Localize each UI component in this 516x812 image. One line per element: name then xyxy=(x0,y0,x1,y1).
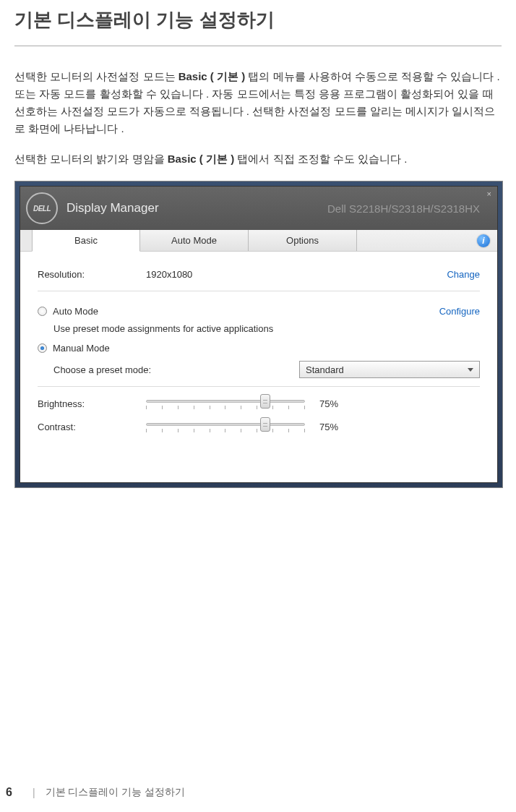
resolution-value: 1920x1080 xyxy=(146,269,291,280)
titlebar: DELL Display Manager Dell S2218H/S2318H/… xyxy=(20,187,497,230)
contrast-row: Contrast: 75% xyxy=(38,420,480,433)
display-manager-window: DELL Display Manager Dell S2218H/S2318H/… xyxy=(20,186,498,483)
p1-bold-1: Basic ( 기본 ) xyxy=(179,70,246,82)
basic-panel: Resolution: 1920x1080 Change Auto Mode C… xyxy=(20,252,497,482)
contrast-slider[interactable] xyxy=(146,420,305,433)
dell-logo-icon: DELL xyxy=(26,192,58,224)
change-link[interactable]: Change xyxy=(447,269,480,280)
manual-mode-row: Manual Mode xyxy=(38,338,480,357)
page-footer: 6 | 기본 디스플레이 기능 설정하기 xyxy=(6,786,185,799)
p2-text-a: 선택한 모니터의 밝기와 명암을 xyxy=(14,153,168,165)
auto-mode-radio[interactable] xyxy=(38,307,47,316)
tab-spacer: i xyxy=(357,230,497,251)
intro-paragraph-2: 선택한 모니터의 밝기와 명암을 Basic ( 기본 ) 탭에서 직접 조정할… xyxy=(14,150,502,168)
tab-auto-mode[interactable]: Auto Mode xyxy=(140,230,249,251)
contrast-label: Contrast: xyxy=(38,422,146,432)
p2-text-b: 탭에서 직접 조정할 수도 있습니다 . xyxy=(234,153,407,165)
auto-mode-row: Auto Mode Configure xyxy=(38,302,480,320)
monitor-model-label: Dell S2218H/S2318H/S2318HX xyxy=(327,202,480,215)
preset-mode-dropdown[interactable]: Standard xyxy=(299,361,480,378)
brightness-thumb[interactable] xyxy=(260,394,270,409)
brightness-slider[interactable] xyxy=(146,397,305,410)
manual-mode-subrow: Choose a preset mode: Standard xyxy=(38,360,480,379)
tab-basic[interactable]: Basic xyxy=(32,230,140,252)
configure-link[interactable]: Configure xyxy=(439,306,480,317)
resolution-label: Resolution: xyxy=(38,269,146,280)
manual-mode-label: Manual Mode xyxy=(53,343,110,354)
brightness-value: 75% xyxy=(319,398,338,409)
divider-1 xyxy=(38,291,480,291)
page-number: 6 xyxy=(6,786,12,799)
footer-separator: | xyxy=(33,787,35,798)
page-title: 기본 디스플레이 기능 설정하기 xyxy=(14,7,502,46)
intro-paragraph-1: 선택한 모니터의 사전설정 모드는 Basic ( 기본 ) 탭의 메뉴를 사용… xyxy=(14,68,502,137)
app-screenshot-frame: DELL Display Manager Dell S2218H/S2318H/… xyxy=(14,181,503,488)
auto-mode-desc: Use preset mode assignments for active a… xyxy=(53,323,480,334)
tab-options[interactable]: Options xyxy=(249,230,357,251)
tabstrip: Basic Auto Mode Options i xyxy=(20,230,497,252)
footer-section-title: 기본 디스플레이 기능 설정하기 xyxy=(46,786,186,799)
brightness-row: Brightness: 75% xyxy=(38,397,480,410)
close-icon[interactable]: × xyxy=(487,189,491,198)
divider-2 xyxy=(38,386,480,387)
preset-mode-value: Standard xyxy=(306,364,344,375)
brightness-label: Brightness: xyxy=(38,398,146,409)
p1-text-a: 선택한 모니터의 사전설정 모드는 xyxy=(14,70,179,82)
window-title: Display Manager xyxy=(66,201,159,215)
manual-mode-desc: Choose a preset mode: xyxy=(53,364,151,375)
manual-mode-radio[interactable] xyxy=(38,343,47,353)
auto-mode-label: Auto Mode xyxy=(53,306,98,317)
contrast-thumb[interactable] xyxy=(260,417,270,432)
p2-bold: Basic ( 기본 ) xyxy=(168,153,235,165)
contrast-value: 75% xyxy=(319,422,338,432)
resolution-row: Resolution: 1920x1080 Change xyxy=(38,265,480,283)
info-icon[interactable]: i xyxy=(477,234,490,247)
